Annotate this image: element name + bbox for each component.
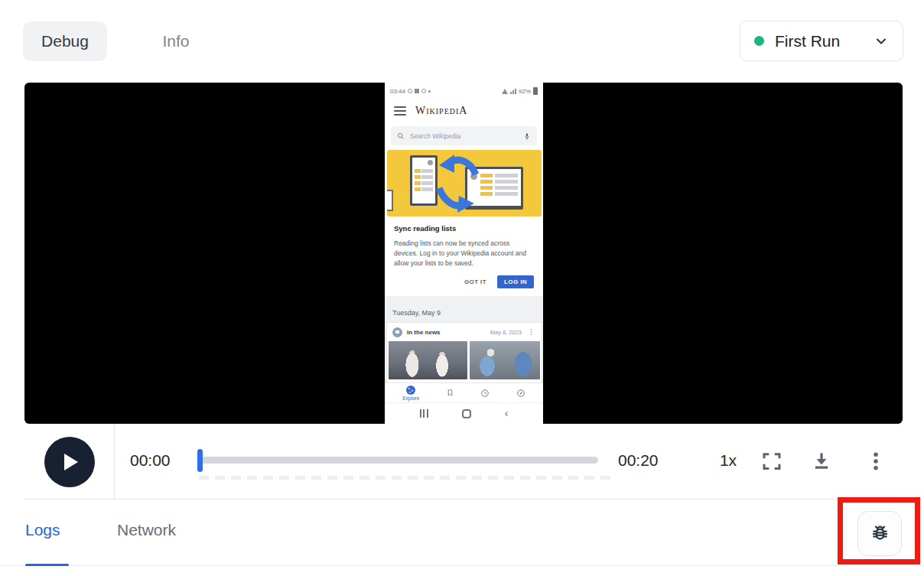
tab-debug[interactable]: Debug	[23, 21, 107, 61]
current-time: 00:00	[130, 451, 171, 470]
seek-handle[interactable]	[197, 449, 203, 472]
globe-explore-icon	[406, 386, 415, 395]
status-icon	[428, 90, 431, 93]
fullscreen-icon[interactable]	[760, 450, 783, 473]
nav-saved[interactable]	[446, 388, 454, 398]
play-icon	[64, 454, 78, 470]
news-card-date: May 8, 2023	[490, 329, 522, 336]
search-icon	[397, 132, 405, 140]
chevron-down-icon	[874, 34, 889, 49]
battery-icon	[533, 87, 538, 95]
video-player-controls: 00:00 00:20 1x	[24, 424, 903, 500]
nav-history[interactable]	[480, 389, 490, 398]
wikipedia-logo: WikipediA	[415, 105, 467, 117]
status-icon	[421, 89, 426, 93]
active-tab-underline	[25, 564, 69, 566]
sync-arrows-icon	[387, 150, 542, 216]
run-status-dot-icon	[754, 36, 764, 46]
debug-logs-button[interactable]	[857, 511, 902, 556]
playback-speed-button[interactable]: 1x	[705, 451, 751, 470]
compass-icon	[516, 389, 525, 398]
play-button-container	[24, 424, 115, 500]
sync-banner-illustration	[387, 150, 542, 216]
seek-tick-strip	[199, 476, 612, 480]
back-icon[interactable]: ‹	[505, 409, 509, 418]
in-the-news-card[interactable]: In the news May 8, 2023 ⋮	[387, 323, 542, 382]
log-in-button[interactable]: LOG IN	[497, 275, 534, 288]
kebab-menu-icon[interactable]	[864, 450, 887, 473]
home-icon[interactable]	[462, 409, 471, 418]
history-clock-icon	[480, 389, 490, 398]
android-nav-bar: ‹	[385, 402, 543, 424]
wikipedia-bottom-nav: Explore	[385, 382, 543, 402]
device-screencast: 03:44 92% WikipediA	[385, 83, 543, 424]
bug-icon	[870, 523, 890, 544]
seek-track[interactable]	[199, 457, 598, 464]
recents-icon[interactable]	[420, 409, 428, 418]
download-icon[interactable]	[810, 450, 833, 473]
tab-info[interactable]: Info	[136, 21, 216, 61]
feed-date-header: Tuesday, May 9	[392, 309, 441, 317]
run-selector-dropdown[interactable]: First Run	[740, 21, 903, 61]
microphone-icon[interactable]	[523, 132, 531, 141]
status-icon	[408, 89, 412, 93]
debug-session-page: Debug Info First Run 03:44 92%	[0, 0, 924, 576]
news-photo-coronation[interactable]	[389, 341, 467, 379]
sync-card-body: Reading lists can now be synced across d…	[394, 239, 535, 268]
tab-network[interactable]: Network	[117, 521, 176, 539]
run-selector-label: First Run	[775, 32, 863, 50]
wikipedia-app-header: WikipediA	[385, 99, 543, 122]
hamburger-menu-icon[interactable]	[394, 106, 406, 116]
search-placeholder: Search Wikipedia	[410, 132, 518, 140]
video-viewport[interactable]: 03:44 92% WikipediA	[24, 83, 903, 424]
phone-clock: 03:44	[390, 88, 405, 95]
tabs-divider	[0, 565, 924, 566]
explore-label: Explore	[402, 395, 419, 401]
status-icon	[415, 89, 419, 93]
phone-status-bar: 03:44 92%	[385, 83, 543, 99]
search-input[interactable]: Search Wikipedia	[391, 126, 537, 145]
battery-percent: 92%	[519, 88, 531, 95]
duration-time: 00:20	[618, 451, 659, 470]
tab-logs[interactable]: Logs	[25, 521, 60, 539]
news-photo-medical[interactable]	[470, 341, 540, 379]
wifi-icon	[502, 89, 508, 94]
news-kebab-icon[interactable]: ⋮	[526, 328, 536, 336]
news-card-title: In the news	[407, 329, 486, 336]
nav-explore[interactable]: Explore	[402, 386, 419, 401]
sync-reading-lists-card: Sync reading lists Reading lists can now…	[387, 216, 542, 296]
nav-places[interactable]	[516, 389, 525, 398]
got-it-button[interactable]: GOT IT	[464, 278, 486, 285]
seek-slider[interactable]	[199, 449, 598, 472]
signal-icon	[510, 89, 516, 94]
bookmark-icon	[446, 388, 454, 398]
play-button[interactable]	[44, 437, 95, 487]
sync-card-title: Sync reading lists	[394, 224, 535, 233]
news-icon	[392, 327, 402, 337]
